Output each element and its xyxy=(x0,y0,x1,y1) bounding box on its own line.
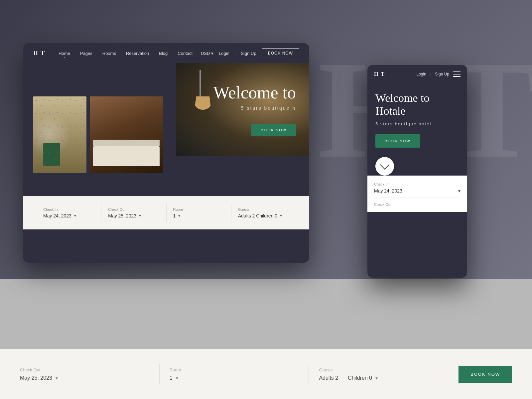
hamburger-line-3 xyxy=(453,76,461,77)
guests-field: Guests Adults 2 Children 0 ▾ xyxy=(231,204,296,222)
nav-pages[interactable]: Pages xyxy=(80,51,92,56)
bottom-room-field: Room 1 ▾ xyxy=(160,364,309,384)
mobile-welcome-text: Welcome to Hotale xyxy=(375,91,459,117)
hero-subtitle-text: 5 stars boutique h xyxy=(213,105,296,111)
checkin-value[interactable]: May 24, 2023 ▾ xyxy=(43,213,94,218)
scroll-down-button[interactable] xyxy=(375,157,394,176)
hero-room-image-center xyxy=(90,96,163,173)
mobile-booking-panel: Check In May 24, 2023 ▾ Check Out xyxy=(367,176,467,212)
checkout-arrow: ▾ xyxy=(139,213,141,218)
desktop-book-now-button[interactable]: BOOK NOW xyxy=(262,48,299,58)
desktop-card: H T Home Pages Rooms Reservation Blog Co… xyxy=(23,43,309,263)
room-field: Room 1 ▾ xyxy=(167,204,231,222)
mobile-card: H T Login | Sign Up Welcome to Hotale 5 … xyxy=(367,65,467,278)
bed-decoration xyxy=(93,146,160,166)
bottom-checkout-field: Check Out May 25, 2023 ▾ xyxy=(20,364,160,384)
mobile-navbar: H T Login | Sign Up xyxy=(367,65,467,83)
desktop-logo: H T xyxy=(33,50,45,57)
nav-divider: | xyxy=(235,51,236,56)
guests-label: Guests xyxy=(238,207,289,211)
checkin-field: Check In May 24, 2023 ▾ xyxy=(37,204,101,222)
room-value[interactable]: 1 ▾ xyxy=(173,213,224,218)
currency-selector[interactable]: USD ▾ xyxy=(201,51,213,56)
mobile-logo: H T xyxy=(374,71,417,77)
desktop-hero: Welcome to 5 stars boutique h BOOK NOW C… xyxy=(23,63,309,229)
mobile-subtitle: 5 stars boutique hotel xyxy=(375,121,459,126)
checkin-arrow: ▾ xyxy=(74,213,76,218)
checkin-label: Check In xyxy=(43,207,94,211)
hamburger-line-2 xyxy=(453,74,461,74)
checkout-label: Check Out xyxy=(108,207,159,211)
checkout-value[interactable]: May 25, 2023 ▾ xyxy=(108,213,159,218)
mobile-book-now-button[interactable]: BOOK NOW xyxy=(375,134,420,148)
guests-value[interactable]: Adults 2 Children 0 ▾ xyxy=(238,213,289,218)
mobile-hero: Welcome to Hotale 5 stars boutique hotel… xyxy=(367,83,467,176)
nav-home[interactable]: Home xyxy=(59,51,70,56)
hero-welcome-text: Welcome to xyxy=(213,83,296,102)
checkout-field: Check Out May 25, 2023 ▾ xyxy=(101,204,166,222)
hero-room-image-left xyxy=(33,96,86,173)
bottom-room-arrow: ▾ xyxy=(176,375,178,381)
mobile-hotel-name: Hotale xyxy=(375,105,406,117)
mobile-login[interactable]: Login xyxy=(417,72,426,76)
bottom-checkout-arrow: ▾ xyxy=(56,375,58,381)
bottom-guests-value[interactable]: Adults 2 Children 0 ▾ xyxy=(319,375,448,381)
bottom-checkout-value[interactable]: May 25, 2023 ▾ xyxy=(20,375,149,381)
guests-arrow: ▾ xyxy=(280,213,282,218)
desktop-booking-bar: Check In May 24, 2023 ▾ Check Out May 25… xyxy=(23,196,309,229)
nav-contact[interactable]: Contact xyxy=(178,51,193,56)
desktop-navbar: H T Home Pages Rooms Reservation Blog Co… xyxy=(23,43,309,63)
lamp-decoration xyxy=(193,70,213,110)
bottom-guests-label: Guests xyxy=(319,367,448,372)
desktop-signup[interactable]: Sign Up xyxy=(241,51,256,56)
mobile-checkin-label: Check In xyxy=(374,182,461,186)
nav-reservation[interactable]: Reservation xyxy=(126,51,149,56)
scroll-down-arrow-icon xyxy=(380,160,389,170)
bottom-guests-arrow: ▾ xyxy=(375,375,378,381)
hero-book-now-button[interactable]: BOOK NOW xyxy=(251,124,296,136)
bottom-checkout-label: Check Out xyxy=(20,367,149,372)
mobile-checkout-label: Check Out xyxy=(374,202,461,206)
mobile-divider: | xyxy=(430,72,431,77)
mobile-checkin-value[interactable]: May 24, 2023 ▾ xyxy=(374,188,461,198)
bottom-room-value[interactable]: 1 ▾ xyxy=(170,375,299,381)
mobile-checkin-arrow: ▾ xyxy=(458,188,461,194)
room-arrow: ▾ xyxy=(178,213,180,218)
chair-decoration xyxy=(43,150,60,166)
mobile-signup[interactable]: Sign Up xyxy=(435,72,449,76)
hero-text-block: Welcome to 5 stars boutique h BOOK NOW xyxy=(213,83,296,136)
bottom-room-label: Room xyxy=(170,367,299,372)
desktop-login[interactable]: Login xyxy=(219,51,229,56)
bottom-guests-field: Guests Adults 2 Children 0 ▾ xyxy=(309,364,459,384)
mobile-nav-links: Login | Sign Up xyxy=(417,72,449,77)
hamburger-line-1 xyxy=(453,71,461,72)
bottom-book-now-button[interactable]: BOOK NOW xyxy=(459,366,512,383)
desktop-nav-links: Home Pages Rooms Reservation Blog Contac… xyxy=(59,51,201,56)
nav-rooms[interactable]: Rooms xyxy=(102,51,116,56)
nav-blog[interactable]: Blog xyxy=(159,51,168,56)
room-label: Room xyxy=(173,207,224,211)
bottom-booking-bar: Check Out May 25, 2023 ▾ Room 1 ▾ Guests… xyxy=(0,349,532,399)
desktop-nav-right: USD ▾ Login | Sign Up BOOK NOW xyxy=(201,48,299,58)
hamburger-menu-button[interactable] xyxy=(453,71,461,77)
